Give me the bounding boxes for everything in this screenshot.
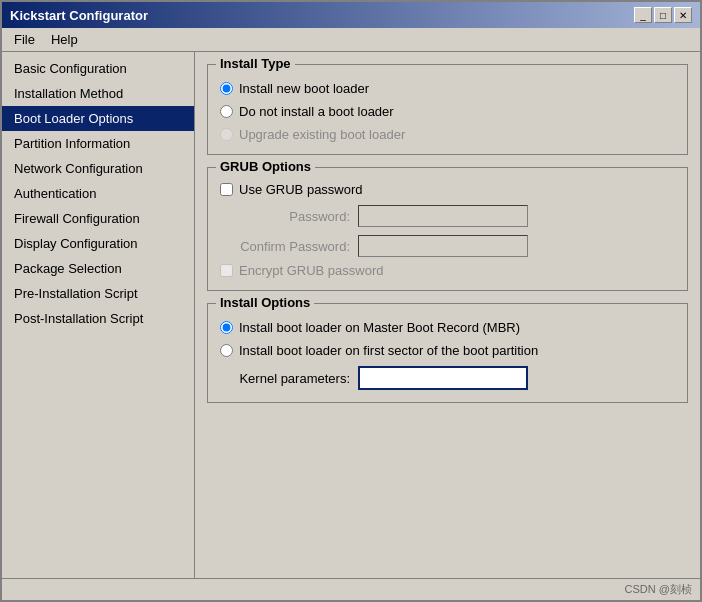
file-menu[interactable]: File <box>6 30 43 49</box>
window-title: Kickstart Configurator <box>10 8 148 23</box>
kernel-parameters-label: Kernel parameters: <box>220 371 350 386</box>
install-type-title: Install Type <box>216 56 295 71</box>
confirm-password-label: Confirm Password: <box>220 239 350 254</box>
sidebar-item-installation-method[interactable]: Installation Method <box>2 81 194 106</box>
kernel-parameters-input[interactable] <box>358 366 528 390</box>
password-field-row: Password: <box>220 205 675 227</box>
password-label: Password: <box>220 209 350 224</box>
use-grub-password-label[interactable]: Use GRUB password <box>239 182 363 197</box>
install-options-group: Install Options Install boot loader on M… <box>207 303 688 403</box>
sidebar: Basic Configuration Installation Method … <box>2 52 195 578</box>
encrypt-grub-checkbox[interactable] <box>220 264 233 277</box>
sidebar-item-authentication[interactable]: Authentication <box>2 181 194 206</box>
help-menu[interactable]: Help <box>43 30 86 49</box>
radio-mbr-row: Install boot loader on Master Boot Recor… <box>220 320 675 335</box>
radio-mbr[interactable] <box>220 321 233 334</box>
content-area: Basic Configuration Installation Method … <box>2 52 700 578</box>
radio-no-bootloader-row: Do not install a boot loader <box>220 104 675 119</box>
radio-new-bootloader-row: Install new boot loader <box>220 81 675 96</box>
title-bar: Kickstart Configurator _ □ ✕ <box>2 2 700 28</box>
install-type-group: Install Type Install new boot loader Do … <box>207 64 688 155</box>
encrypt-grub-label: Encrypt GRUB password <box>239 263 384 278</box>
status-bar: CSDN @刻桢 <box>2 578 700 600</box>
radio-first-sector[interactable] <box>220 344 233 357</box>
use-grub-password-row: Use GRUB password <box>220 182 675 197</box>
sidebar-item-pre-installation-script[interactable]: Pre-Installation Script <box>2 281 194 306</box>
grub-options-title: GRUB Options <box>216 159 315 174</box>
close-button[interactable]: ✕ <box>674 7 692 23</box>
maximize-button[interactable]: □ <box>654 7 672 23</box>
sidebar-item-network-configuration[interactable]: Network Configuration <box>2 156 194 181</box>
sidebar-item-package-selection[interactable]: Package Selection <box>2 256 194 281</box>
radio-new-bootloader[interactable] <box>220 82 233 95</box>
confirm-password-input[interactable] <box>358 235 528 257</box>
kernel-parameters-row: Kernel parameters: <box>220 366 675 390</box>
radio-no-bootloader[interactable] <box>220 105 233 118</box>
confirm-password-field-row: Confirm Password: <box>220 235 675 257</box>
radio-first-sector-label[interactable]: Install boot loader on first sector of t… <box>239 343 538 358</box>
radio-new-bootloader-label[interactable]: Install new boot loader <box>239 81 369 96</box>
radio-no-bootloader-label[interactable]: Do not install a boot loader <box>239 104 394 119</box>
window-controls: _ □ ✕ <box>634 7 692 23</box>
sidebar-item-post-installation-script[interactable]: Post-Installation Script <box>2 306 194 331</box>
radio-first-sector-row: Install boot loader on first sector of t… <box>220 343 675 358</box>
menu-bar: File Help <box>2 28 700 52</box>
grub-options-group: GRUB Options Use GRUB password Password:… <box>207 167 688 291</box>
radio-upgrade-bootloader-row: Upgrade existing boot loader <box>220 127 675 142</box>
use-grub-password-checkbox[interactable] <box>220 183 233 196</box>
sidebar-item-firewall-configuration[interactable]: Firewall Configuration <box>2 206 194 231</box>
sidebar-item-basic-config[interactable]: Basic Configuration <box>2 56 194 81</box>
main-window: Kickstart Configurator _ □ ✕ File Help B… <box>0 0 702 602</box>
radio-upgrade-bootloader <box>220 128 233 141</box>
minimize-button[interactable]: _ <box>634 7 652 23</box>
encrypt-grub-row: Encrypt GRUB password <box>220 263 675 278</box>
radio-upgrade-bootloader-label: Upgrade existing boot loader <box>239 127 405 142</box>
sidebar-item-boot-loader-options[interactable]: Boot Loader Options <box>2 106 194 131</box>
password-input[interactable] <box>358 205 528 227</box>
status-text: CSDN @刻桢 <box>625 582 692 597</box>
sidebar-item-partition-information[interactable]: Partition Information <box>2 131 194 156</box>
sidebar-item-display-configuration[interactable]: Display Configuration <box>2 231 194 256</box>
radio-mbr-label[interactable]: Install boot loader on Master Boot Recor… <box>239 320 520 335</box>
install-options-title: Install Options <box>216 295 314 310</box>
main-panel: Install Type Install new boot loader Do … <box>195 52 700 578</box>
